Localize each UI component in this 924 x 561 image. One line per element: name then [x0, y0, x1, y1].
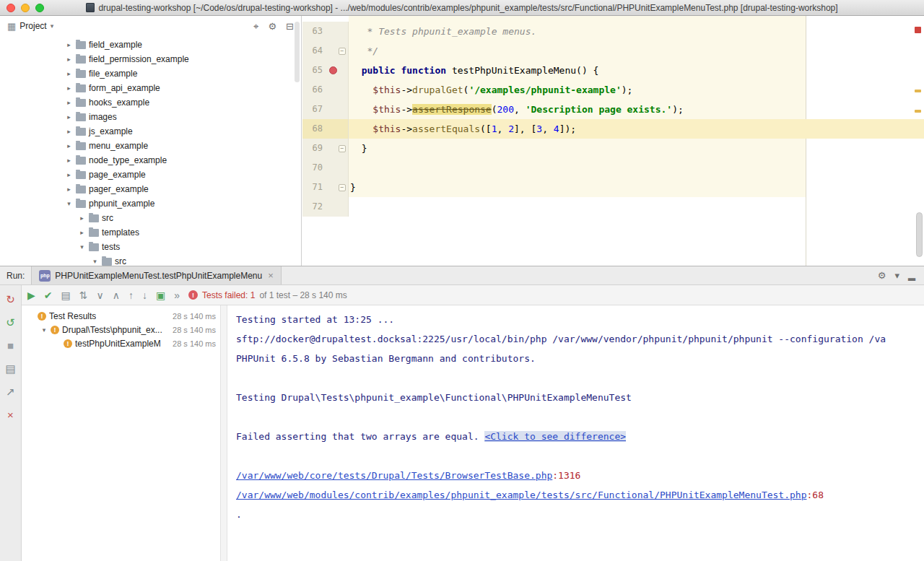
- chevron-right-icon[interactable]: ▸: [65, 171, 73, 178]
- fold-marker-icon[interactable]: −: [339, 184, 346, 191]
- code-line[interactable]: public function testPhpUnitExampleMenu()…: [349, 61, 924, 80]
- minimize-window-button[interactable]: [21, 4, 30, 12]
- editor-scrollbar[interactable]: [916, 212, 923, 257]
- chevron-right-icon[interactable]: ▸: [65, 99, 73, 106]
- code-line[interactable]: [349, 197, 924, 217]
- test-result-row[interactable]: !testPhpUnitExampleM28 s 140 ms: [22, 336, 220, 350]
- tree-item-templates[interactable]: ▸templates: [0, 225, 300, 240]
- project-pane-icon[interactable]: ▦: [7, 22, 16, 31]
- show-ignored-icon[interactable]: ▤: [61, 290, 71, 300]
- line-number[interactable]: 67: [307, 100, 323, 119]
- more-options-icon[interactable]: »: [174, 290, 180, 300]
- gutter-line-70[interactable]: 70: [302, 158, 349, 178]
- code-line[interactable]: $this->assertEquals([1, 2], [3, 4]);: [349, 119, 924, 139]
- gutter-line-66[interactable]: 66: [302, 80, 349, 100]
- tree-item-tests[interactable]: ▾tests: [0, 240, 300, 254]
- chevron-right-icon[interactable]: ▸: [65, 157, 73, 164]
- tree-item-src[interactable]: ▸src: [0, 211, 300, 225]
- tree-item-field_permission_example[interactable]: ▸field_permission_example: [0, 52, 300, 66]
- chevron-down-icon[interactable]: ▾: [40, 326, 48, 334]
- chevron-right-icon[interactable]: ▸: [65, 186, 73, 193]
- collapse-all-icon[interactable]: ∧: [113, 290, 120, 300]
- chevron-down-icon[interactable]: ▾: [78, 243, 86, 251]
- line-number[interactable]: 72: [307, 197, 323, 217]
- line-number[interactable]: 70: [307, 158, 323, 178]
- line-number[interactable]: 64: [307, 41, 323, 61]
- line-number[interactable]: 69: [307, 139, 323, 158]
- restore-layout-icon[interactable]: ▤: [5, 363, 15, 374]
- test-result-row[interactable]: ▾!Drupal\Tests\phpunit_ex...28 s 140 ms: [22, 323, 220, 336]
- chevron-right-icon[interactable]: ▸: [78, 214, 86, 222]
- show-passed-icon[interactable]: ✔: [44, 290, 53, 300]
- code-line[interactable]: */: [349, 41, 924, 61]
- code-line[interactable]: $this->drupalGet('/examples/phpunit-exam…: [349, 80, 924, 100]
- fold-marker-icon[interactable]: −: [339, 145, 346, 152]
- hide-panel-icon[interactable]: ▂: [908, 271, 915, 280]
- stacktrace-link[interactable]: /var/www/web/modules/contrib/examples/ph…: [236, 490, 807, 500]
- line-number[interactable]: 68: [307, 119, 323, 139]
- settings-gear-icon[interactable]: ⚙: [878, 271, 886, 280]
- locate-file-icon[interactable]: ⌖: [253, 22, 258, 31]
- warning-stripe-mark[interactable]: [915, 90, 921, 92]
- run-tab[interactable]: php PHPUnitExampleMenuTest.testPhpUnitEx…: [31, 266, 281, 284]
- expand-all-icon[interactable]: ∨: [96, 290, 103, 300]
- tree-item-form_api_example[interactable]: ▸form_api_example: [0, 81, 300, 95]
- chevron-right-icon[interactable]: ▸: [65, 70, 73, 77]
- gutter-line-69[interactable]: 69−: [302, 139, 349, 158]
- tree-item-file_example[interactable]: ▸file_example: [0, 66, 300, 81]
- tree-item-menu_example[interactable]: ▸menu_example: [0, 139, 300, 153]
- settings-gear-icon[interactable]: ⚙: [268, 22, 276, 31]
- warning-stripe-mark[interactable]: [915, 110, 921, 113]
- chevron-right-icon[interactable]: ▸: [65, 84, 73, 92]
- code-line[interactable]: }: [349, 178, 924, 197]
- tree-item-pager_example[interactable]: ▸pager_example: [0, 182, 300, 196]
- close-icon[interactable]: ×: [7, 409, 14, 420]
- gutter-line-64[interactable]: 64−: [302, 41, 349, 61]
- collapse-all-icon[interactable]: ⊟: [286, 22, 294, 31]
- tree-item-page_example[interactable]: ▸page_example: [0, 168, 300, 182]
- line-number[interactable]: 66: [307, 80, 323, 100]
- chevron-right-icon[interactable]: ▸: [65, 128, 73, 135]
- chevron-right-icon[interactable]: ▸: [65, 142, 73, 149]
- gutter-line-67[interactable]: 67: [302, 100, 349, 119]
- sort-by-duration-icon[interactable]: ⇅: [79, 290, 88, 300]
- code-line[interactable]: * Tests phpunit_example menus.: [349, 22, 924, 41]
- tree-item-js_example[interactable]: ▸js_example: [0, 124, 300, 139]
- test-result-row[interactable]: !Test Results28 s 140 ms: [22, 309, 220, 323]
- line-number[interactable]: 65: [307, 61, 323, 80]
- rerun-failed-tests-icon[interactable]: ↻: [6, 294, 15, 305]
- code-line[interactable]: [349, 158, 924, 178]
- tree-item-src[interactable]: ▾src: [0, 254, 300, 266]
- previous-failed-test-icon[interactable]: ↑: [128, 290, 134, 300]
- tree-item-node_type_example[interactable]: ▸node_type_example: [0, 153, 300, 168]
- project-tree-scrollbar[interactable]: [295, 22, 300, 82]
- tree-item-phpunit_example[interactable]: ▾phpunit_example: [0, 196, 300, 211]
- next-failed-test-icon[interactable]: ↓: [142, 290, 147, 300]
- fold-marker-icon[interactable]: −: [339, 48, 346, 55]
- line-number[interactable]: 63: [307, 22, 323, 41]
- rerun-icon[interactable]: ↺: [6, 317, 15, 328]
- gutter-line-68[interactable]: 68: [302, 119, 349, 139]
- gutter-line-65[interactable]: 65: [302, 61, 349, 80]
- chevron-right-icon[interactable]: ▸: [65, 56, 73, 63]
- line-number[interactable]: 71: [307, 178, 323, 197]
- code-line[interactable]: }: [349, 139, 924, 158]
- results-scrollbar[interactable]: [220, 305, 227, 561]
- gutter-line-72[interactable]: 72: [302, 197, 349, 217]
- chevron-right-icon[interactable]: ▸: [65, 41, 73, 48]
- see-difference-link[interactable]: <Click to see difference>: [484, 431, 626, 442]
- chevron-down-icon[interactable]: ▾: [65, 200, 73, 207]
- stacktrace-link[interactable]: /var/www/web/core/tests/Drupal/Tests/Bro…: [236, 470, 552, 481]
- close-tab-icon[interactable]: ×: [268, 270, 274, 281]
- chevron-down-icon[interactable]: ▾: [91, 258, 99, 265]
- close-window-button[interactable]: [6, 4, 15, 12]
- zoom-window-button[interactable]: [35, 4, 44, 12]
- rerun-tests-icon[interactable]: ▶: [27, 290, 35, 300]
- code-line[interactable]: $this->assertResponse(200, 'Description …: [349, 100, 924, 119]
- error-stripe-mark[interactable]: [915, 27, 921, 33]
- chevron-right-icon[interactable]: ▸: [78, 229, 86, 236]
- tree-item-images[interactable]: ▸images: [0, 110, 300, 124]
- project-panel-title[interactable]: Project: [19, 21, 46, 31]
- stop-icon[interactable]: ■: [7, 340, 14, 351]
- failed-test-gutter-icon[interactable]: [329, 66, 337, 74]
